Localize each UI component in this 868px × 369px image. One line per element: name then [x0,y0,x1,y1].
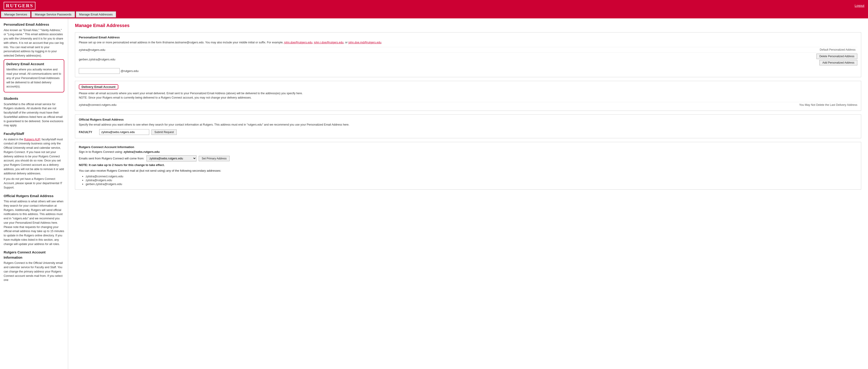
sidebar-connect-desc: Rutgers Connect is the Official Universi… [4,261,64,282]
rutgers-logo: RUTGERS [4,2,35,9]
tab-manage-email[interactable]: Manage Email Addresses [76,11,116,18]
connect-signin-label: Sign in to Rutgers Connect using: [79,150,124,154]
tab-manage-passwords[interactable]: Manage Service Passwords [31,11,75,18]
page-title: Manage Email Addresses [75,23,861,28]
no-delete-label: You May Not Delete the Last Delivery Add… [799,103,857,106]
personalized-email2: gerben.zylstra@rutgers.edu [79,58,115,61]
personalized-desc-italic: firstname.lastname@rutgers.edu [162,41,204,44]
default-personalized-label: Default Personalized Address [820,48,856,51]
sidebar-faculty-desc1: As stated in the [4,138,24,141]
sidebar-delivery-title: Delivery Email Account [6,62,62,67]
connect-from-label: Emails sent from Rutgers Connect will co… [79,157,144,160]
sidebar-official-title: Official Rutgers Email Address [4,193,64,199]
personalized-desc-plain1: Please set up one or more personalized e… [79,41,162,44]
connect-from-row: Emails sent from Rutgers Connect will co… [79,155,857,161]
delivery-section-desc: Please enter all email accounts where yo… [79,91,857,100]
delivery-email: zylstra@connect.rutgers.edu [79,103,117,106]
connect-note: NOTE: It can take up to 2 hours for this… [79,163,857,167]
sidebar-connect-title: Rutgers Connect Account Information [4,250,64,260]
personalized-section-desc: Please set up one or more personalized e… [79,40,857,45]
rutgers-aup-link[interactable]: Rutgers AUP [24,138,40,141]
delete-personalized-address-button[interactable]: Delete Personalized Address [816,54,857,59]
nav-tabs: Manage Services Manage Service Passwords… [0,11,868,19]
secondary-email-list: zylstra@connect.rutgers.edu zylstra@rutg… [79,175,857,186]
connect-section: Rutgers Connect Account Information Sign… [75,142,861,190]
at-suffix-label: @rutgers.edu [121,69,138,73]
personalized-desc-plain2: . You may also include your middle initi… [204,41,284,44]
secondary-email-3: gerben.zylstra@rutgers.edu [86,182,857,186]
sidebar-faculty-title: Faculty/Staff [4,131,64,136]
header: RUTGERS Logout [0,0,868,11]
set-primary-address-button[interactable]: Set Primary Address [199,156,229,161]
official-email-row: FACULTY Submit Request [79,129,857,135]
connect-section-title: Rutgers Connect Account Information [79,145,857,149]
sidebar-faculty-desc3: If you do not yet have a Rutgers Connect… [4,177,64,190]
add-address-row: @rutgers.edu [79,68,857,74]
personalized-email1-row: zylstra@rutgers.edu Default Personalized… [79,47,857,53]
connect-signin-email: zylstra@sebs.rutgers.edu [124,150,160,154]
personalized-email2-row: gerben.zylstra@rutgers.edu Delete Person… [79,53,857,66]
sidebar-faculty-desc2: , faculty/staff must conduct all Univers… [4,138,64,175]
connect-signin-line: Sign in to Rutgers Connect using: zylstr… [79,150,857,154]
delivery-desc: Please enter all email accounts where yo… [79,92,303,95]
sidebar-faculty-desc: As stated in the Rutgers AUP, faculty/st… [4,137,64,176]
main-layout: Personalized Email Address Also known as… [0,19,868,369]
sidebar-delivery-desc: Identifies where you actually receive an… [6,67,62,89]
official-email-input[interactable] [99,129,149,135]
delivery-email-row: zylstra@connect.rutgers.edu You May Not … [79,102,857,107]
official-section-title: Official Rutgers Email Address [79,118,857,121]
official-section-desc: Specify the email address you want other… [79,123,857,127]
personalized-section: Personalized Email Address Please set up… [75,32,861,77]
logout-button[interactable]: Logout [855,4,864,7]
add-personalized-address-button[interactable]: Add Personalized Address [819,60,857,65]
connect-secondary-label: You can also receive Rutgers Connect mai… [79,169,857,172]
sidebar-students-title: Students [4,96,64,101]
official-section: Official Rutgers Email Address Specify t… [75,115,861,138]
role-label: FACULTY [79,130,97,134]
new-address-input[interactable] [79,68,120,74]
sidebar-students-desc: ScarletMail is the official email servic… [4,102,64,128]
delivery-section-title: Delivery Email Account [79,84,118,89]
secondary-email-2: zylstra@rutgers.edu [86,179,857,182]
personalized-section-title: Personalized Email Address [79,36,857,39]
delivery-section: Delivery Email Account Please enter all … [75,81,861,111]
sidebar: Personalized Email Address Also known as… [0,19,68,369]
sidebar-official-desc: This email address is what others will s… [4,199,64,246]
secondary-email-1: zylstra@connect.rutgers.edu [86,175,857,178]
delivery-note: NOTE: Since your Rutgers email is curren… [79,96,252,99]
example-link3[interactable]: john.doe.md@rutgers.edu [348,41,381,44]
tab-manage-services[interactable]: Manage Services [1,11,30,18]
submit-request-button[interactable]: Submit Request [152,129,177,135]
example-link1[interactable]: john.doe@rutgers.edu [284,41,312,44]
personalized-desc-plain5: . [381,41,382,44]
connect-from-select[interactable]: zylstra@sebs.rutgers.edu [147,155,196,161]
personalized-desc-plain4: , or [344,41,349,44]
example-link2[interactable]: john.j.doe@rutgers.edu [314,41,343,44]
sidebar-delivery-box: Delivery Email Account Identifies where … [4,59,64,92]
content-area: Manage Email Addresses Personalized Emai… [68,19,868,369]
sidebar-personalized-title: Personalized Email Address [4,22,64,27]
personalized-email1: zylstra@rutgers.edu [79,48,105,52]
sidebar-personalized-desc: Also known as "Email Alias," "Vanity Add… [4,28,64,58]
